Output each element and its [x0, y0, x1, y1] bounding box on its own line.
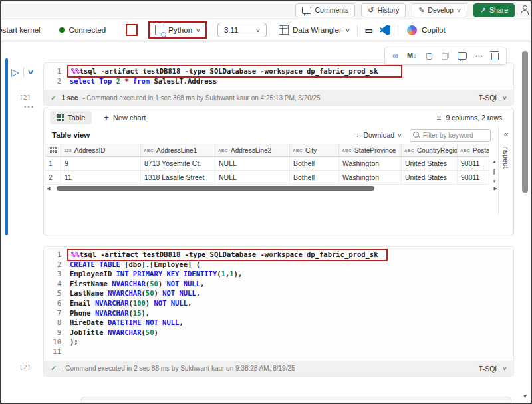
- table-cell[interactable]: 1318 Lasalle Street: [141, 171, 215, 185]
- table-cell[interactable]: United States: [402, 157, 458, 171]
- new-chart-button[interactable]: + New chart: [104, 112, 146, 122]
- table-cell[interactable]: Washington: [339, 157, 402, 171]
- scrollbar-track[interactable]: [51, 186, 492, 191]
- header-cell[interactable]: ABCStateProvince: [339, 144, 402, 157]
- row-number-cell[interactable]: 1: [45, 157, 61, 171]
- focus-cell-icon[interactable]: ▢: [426, 52, 433, 60]
- frame-icon[interactable]: ▭: [365, 25, 373, 35]
- header-cell[interactable]: ABCPostalCode: [458, 144, 489, 157]
- code-text: LastName NVARCHAR(50) NOT NULL,: [70, 288, 200, 298]
- table-horizontal-scrollbar[interactable]: ◀ ▶: [45, 185, 499, 192]
- status-text: - Command executed in 2 sec 88 ms by Suk…: [61, 365, 295, 372]
- scroll-up-icon[interactable]: ▲: [493, 159, 497, 163]
- table-cell[interactable]: NULL: [215, 157, 290, 171]
- python-version-dropdown[interactable]: 3.11 ∨: [217, 23, 267, 37]
- code-line[interactable]: 9JobTitle NVARCHAR(50): [44, 328, 513, 338]
- code-text: EmployeeID INT PRIMARY KEY IDENTITY(1,1)…: [70, 269, 242, 279]
- next-cell-partial[interactable]: [81, 397, 511, 404]
- scrollbar-thumb[interactable]: [57, 186, 374, 191]
- code-line[interactable]: 10);: [44, 337, 513, 347]
- inspect-tab[interactable]: Inspect: [502, 145, 510, 168]
- page-scrollbar-thumb[interactable]: [522, 51, 528, 193]
- copilot-icon[interactable]: ∞: [392, 52, 398, 60]
- scrollbar-thumb[interactable]: [493, 169, 495, 175]
- copy-cell-icon[interactable]: [442, 52, 449, 60]
- code-token: ): [154, 289, 162, 297]
- more-options-icon[interactable]: ⋯: [475, 52, 483, 60]
- tab-table[interactable]: Table: [50, 111, 92, 124]
- code-cell-2[interactable]: 1%%tsql -artifact testDB818 -type SQLDat…: [43, 246, 514, 377]
- code-editor[interactable]: 1%%tsql -artifact testDB818 -type SQLDat…: [44, 63, 513, 90]
- cell-language-dropdown[interactable]: T-SQL ∨: [479, 94, 507, 102]
- run-cell-icon[interactable]: ▷: [11, 67, 19, 77]
- data-wrangler-icon: [279, 25, 289, 35]
- code-line[interactable]: 2CREATE TABLE [dbo].[Employee] (: [44, 260, 513, 270]
- column-name: StateProvince: [354, 147, 396, 154]
- table-cell[interactable]: 8713 Yosemite Ct.: [141, 157, 215, 171]
- header-cell[interactable]: ABCCity: [290, 144, 339, 157]
- row-number-cell[interactable]: 2: [45, 171, 61, 185]
- scroll-left-icon[interactable]: ◀: [45, 186, 51, 191]
- code-token: ): [146, 299, 154, 307]
- code-token: SalesLT.Address: [150, 77, 217, 85]
- filter-icon[interactable]: ≡: [436, 113, 441, 122]
- code-line[interactable]: 11: [44, 347, 513, 357]
- table-cell[interactable]: NULL: [215, 171, 290, 185]
- app-window: Comments ↺ History ✎ Develop ∨ ↗ Share R…: [0, 0, 532, 404]
- code-token: ): [154, 328, 158, 336]
- data-wrangler-label: Data Wrangler: [293, 26, 342, 34]
- code-line[interactable]: 1%%tsql -artifact testDB818 -type SQLDat…: [44, 66, 513, 76]
- share-button[interactable]: ↗ Share: [473, 3, 515, 17]
- table-cell[interactable]: 11: [61, 171, 141, 185]
- expand-panel-icon[interactable]: «: [504, 130, 509, 139]
- code-line[interactable]: 6Email NVARCHAR(100) NOT NULL,: [44, 298, 513, 308]
- code-line[interactable]: 7Phone NVARCHAR(15),: [44, 308, 513, 318]
- line-number: 1: [44, 66, 70, 76]
- copilot-button[interactable]: Copilot: [407, 25, 446, 35]
- cell-language-dropdown[interactable]: T-SQL ∨: [479, 365, 507, 373]
- table-row[interactable]: 2111318 Lasalle StreetNULLBothellWashing…: [45, 171, 499, 185]
- code-token: );: [70, 338, 78, 346]
- convert-to-markdown-icon[interactable]: M↓: [407, 52, 417, 60]
- table-cell[interactable]: Bothell: [290, 157, 339, 171]
- comment-icon[interactable]: [458, 52, 467, 60]
- header-cell[interactable]: 123AddressID: [61, 144, 141, 157]
- vscode-icon[interactable]: [380, 25, 390, 35]
- add-cell-hover-dots[interactable]: ···: [24, 102, 35, 112]
- code-line[interactable]: 4FirstName NVARCHAR(50) NOT NULL,: [44, 279, 513, 289]
- collapse-cell-icon[interactable]: ∨: [27, 68, 35, 76]
- filter-input[interactable]: [410, 129, 491, 142]
- code-line[interactable]: 3EmployeeID INT PRIMARY KEY IDENTITY(1,1…: [44, 269, 513, 279]
- header-cell[interactable]: ABCAddressLine1: [141, 144, 215, 157]
- scroll-down-icon[interactable]: ▼: [523, 394, 527, 399]
- comments-button[interactable]: Comments: [295, 3, 355, 17]
- table-cell[interactable]: 98011: [458, 171, 489, 185]
- history-button[interactable]: ↺ History: [361, 3, 406, 17]
- table-cell[interactable]: 9: [61, 157, 141, 171]
- scroll-down-icon[interactable]: ▼: [493, 179, 497, 183]
- data-wrangler-button[interactable]: Data Wrangler ∨: [279, 25, 350, 35]
- code-line[interactable]: 8HireDate DATETIME NOT NULL,: [44, 318, 513, 328]
- download-button[interactable]: ↓ Download ∨: [355, 131, 402, 139]
- table-cell[interactable]: United States: [402, 171, 458, 185]
- select-all-cell[interactable]: [45, 144, 61, 157]
- delete-cell-icon[interactable]: [491, 53, 499, 60]
- chevron-down-icon: ∨: [255, 27, 261, 33]
- code-token: CREATE TABLE: [70, 260, 124, 268]
- table-row[interactable]: 198713 Yosemite Ct.NULLBothellWashington…: [45, 157, 499, 171]
- table-cell[interactable]: 98011: [458, 157, 489, 171]
- code-editor[interactable]: 1%%tsql -artifact testDB818 -type SQLDat…: [44, 247, 513, 361]
- language-selector[interactable]: Python: [168, 26, 192, 34]
- table-cell[interactable]: Washington: [339, 171, 402, 185]
- header-cell[interactable]: ABCCountryRegion: [402, 144, 458, 157]
- code-cell-1[interactable]: 1%%tsql -artifact testDB818 -type SQLDat…: [43, 62, 514, 106]
- table-header-row: 123AddressIDABCAddressLine1ABCAddressLin…: [45, 144, 499, 157]
- account-avatar-icon[interactable]: [521, 5, 529, 15]
- develop-button[interactable]: ✎ Develop ∨: [412, 3, 467, 17]
- code-line[interactable]: 5LastName NVARCHAR(50) NOT NULL,: [44, 288, 513, 298]
- code-line[interactable]: 2select Top 2 * from SalesLT.Address: [44, 76, 513, 86]
- code-line[interactable]: 1%%tsql -artifact testDB818 -type SQLDat…: [44, 250, 513, 260]
- restart-kernel-button[interactable]: Restart kernel: [1, 26, 41, 34]
- table-cell[interactable]: Bothell: [290, 171, 339, 185]
- header-cell[interactable]: ABCAddressLine2: [215, 144, 290, 157]
